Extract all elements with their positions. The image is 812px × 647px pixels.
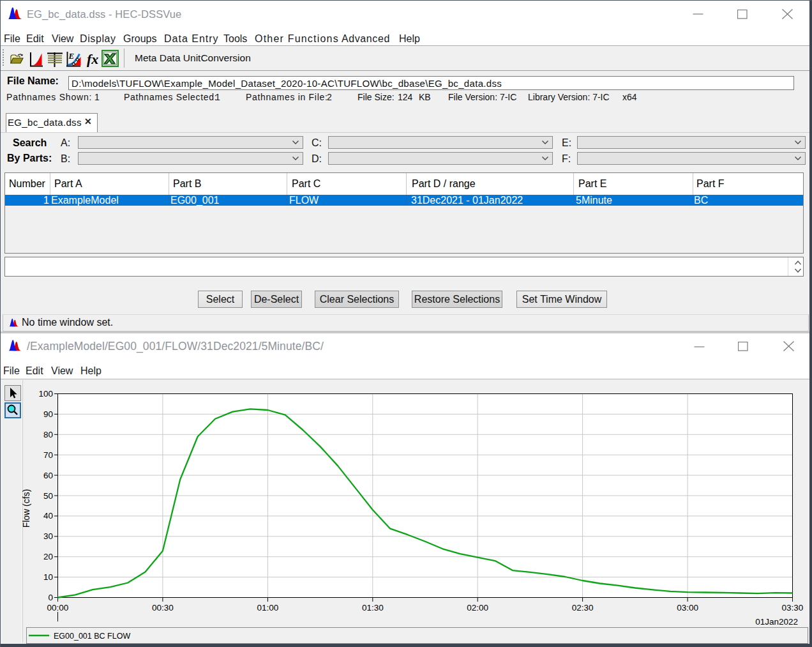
svg-text:01:00: 01:00	[257, 603, 279, 613]
svg-text:20: 20	[43, 552, 53, 561]
svg-text:Flow (cfs): Flow (cfs)	[21, 489, 31, 528]
svg-text:01Jan2022: 01Jan2022	[755, 617, 798, 627]
svg-text:40: 40	[43, 511, 53, 521]
svg-text:03:30: 03:30	[782, 603, 804, 613]
svg-text:70: 70	[43, 450, 53, 460]
svg-text:02:30: 02:30	[572, 603, 594, 613]
svg-text:50: 50	[43, 491, 53, 501]
svg-text:03:00: 03:00	[677, 603, 698, 613]
svg-text:80: 80	[43, 430, 53, 439]
svg-text:00:30: 00:30	[152, 603, 174, 613]
svg-text:0: 0	[48, 593, 53, 602]
svg-text:100: 100	[38, 389, 53, 399]
svg-text:00:00: 00:00	[47, 603, 69, 613]
svg-text:30: 30	[43, 531, 53, 541]
svg-text:10: 10	[43, 572, 53, 582]
svg-text:90: 90	[43, 409, 53, 419]
svg-text:02:00: 02:00	[467, 603, 488, 613]
svg-text:EG00_001 BC FLOW: EG00_001 BC FLOW	[54, 632, 130, 641]
svg-text:E: E	[68, 52, 75, 61]
svg-text:01:30: 01:30	[362, 603, 384, 613]
svg-text:60: 60	[43, 471, 53, 480]
